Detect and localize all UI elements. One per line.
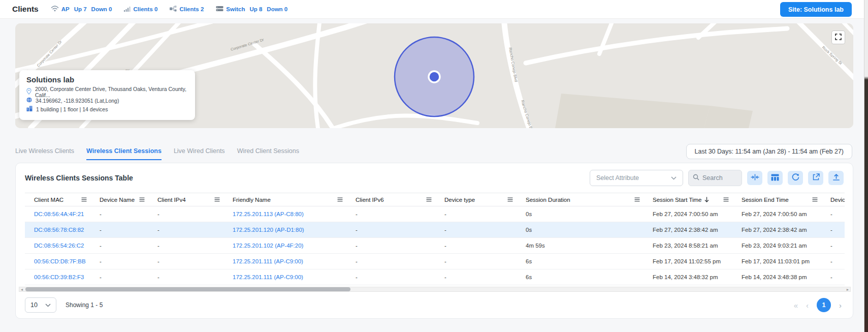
scrollbar-thumb[interactable]: [25, 287, 350, 291]
tab-wired-client-sessions[interactable]: Wired Client Sessions: [237, 147, 299, 160]
client-view-tabs: Live Wireless Clients Wireless Client Se…: [15, 147, 299, 160]
wifi-icon: [51, 6, 59, 13]
wireless-clients-status[interactable]: Clients 0: [124, 6, 159, 13]
sessions-table-card: Wireless Clients Sessions Table Select A…: [15, 163, 853, 319]
column-menu-icon[interactable]: [634, 197, 640, 202]
top-bar: Clients AP Up 7 Down 0 Clients 0: [0, 0, 868, 19]
next-page-icon[interactable]: ›: [839, 301, 842, 309]
column-menu-icon[interactable]: [426, 197, 432, 202]
column-menu-icon[interactable]: [214, 197, 220, 202]
table-search[interactable]: [688, 170, 742, 186]
col-client-mac[interactable]: Client MAC: [25, 193, 93, 206]
select-attribute-dropdown[interactable]: Select Attribute: [590, 170, 683, 186]
site-info-card: Solutions lab 2000, Corporate Center Dri…: [19, 70, 195, 120]
collapse-columns-icon: [751, 174, 759, 182]
tab-live-wireless-clients[interactable]: Live Wireless Clients: [15, 147, 74, 160]
col-client-ipv6[interactable]: Client IPv6: [349, 193, 438, 206]
upload-icon: [832, 173, 840, 183]
table-toolbar: Wireless Clients Sessions Table Select A…: [16, 163, 853, 193]
pagination: « ‹ 1 ›: [794, 298, 842, 312]
friendly-name-link[interactable]: 172.25.201.111 (AP-C9:00): [227, 269, 349, 285]
site-coordinates: 34.196962, -118.923051 (Lat,Long): [36, 98, 119, 104]
col-device-name[interactable]: Device Name: [93, 193, 151, 206]
refresh-icon: [792, 173, 799, 183]
site-location-dot[interactable]: [429, 71, 440, 82]
sort-descending-icon[interactable]: [704, 197, 709, 202]
refresh-button[interactable]: [788, 171, 803, 185]
col-friendly-name[interactable]: Friendly Name: [227, 193, 349, 206]
search-input[interactable]: [702, 174, 738, 182]
globe-icon: [26, 97, 32, 104]
friendly-name-link[interactable]: 172.25.201.113 (AP-C8:80): [227, 206, 349, 222]
switch-icon: [216, 6, 223, 13]
col-device-os[interactable]: Device OS: [824, 193, 845, 206]
horizontal-scrollbar[interactable]: ◄ ►: [19, 287, 851, 292]
client-mac-link[interactable]: 00:56:CD:39:B2:F3: [25, 269, 93, 285]
column-menu-icon[interactable]: [723, 197, 729, 202]
friendly-name-link[interactable]: 172.25.201.120 (AP-D1:80): [227, 222, 349, 238]
table-header-row: Client MAC Device Name Client IPv4 Frien…: [25, 193, 845, 206]
site-selector-button[interactable]: Site: Solutions lab: [780, 2, 852, 17]
first-page-icon[interactable]: «: [794, 301, 798, 309]
client-mac-link[interactable]: DC:08:56:4A:4F:21: [25, 206, 93, 222]
table-row[interactable]: 00:56:CD:D8:7F:BB - - 172.25.201.111 (AP…: [25, 254, 845, 269]
collapse-columns-button[interactable]: [747, 171, 762, 185]
tab-wireless-client-sessions[interactable]: Wireless Client Sessions: [86, 147, 162, 160]
building-icon: [26, 106, 33, 112]
scroll-left-arrow[interactable]: ◄: [19, 287, 24, 291]
date-range-picker[interactable]: Last 30 Days: 11:54 am (Jan 28) - 11:54 …: [686, 144, 852, 159]
col-session-end-time[interactable]: Session End Time: [735, 193, 824, 206]
search-icon: [693, 173, 699, 183]
table-row-highlighted[interactable]: DC:08:56:78:C8:82 - - 172.25.201.120 (AP…: [25, 222, 845, 238]
location-pin-icon: [26, 88, 31, 96]
upload-button[interactable]: [828, 171, 844, 185]
site-address: 2000, Corporate Center Drive, Thousand O…: [35, 86, 188, 98]
fullscreen-icon: [835, 33, 842, 42]
col-session-start-time[interactable]: Session Start Time: [647, 193, 735, 206]
device-status-bar: AP Up 7 Down 0 Clients 0 Clients 2: [51, 6, 290, 13]
columns-icon: [771, 174, 779, 183]
chevron-down-icon: [671, 174, 677, 182]
previous-page-icon[interactable]: ‹: [806, 301, 809, 309]
site-inventory: 1 building | 1 floor | 14 devices: [36, 106, 108, 112]
site-name: Solutions lab: [26, 75, 188, 84]
wired-clients-status[interactable]: Clients 2: [170, 6, 206, 13]
column-menu-icon[interactable]: [81, 197, 87, 202]
map-fullscreen-button[interactable]: [831, 31, 845, 44]
column-menu-icon[interactable]: [139, 197, 145, 202]
col-client-ipv4[interactable]: Client IPv4: [151, 193, 227, 206]
column-menu-icon[interactable]: [507, 197, 513, 202]
clients-page: Clients AP Up 7 Down 0 Clients 0: [0, 0, 868, 332]
open-external-icon: [812, 173, 820, 183]
showing-label: Showing 1 - 5: [66, 301, 103, 309]
tab-live-wired-clients[interactable]: Live Wired Clients: [174, 147, 225, 160]
page-title: Clients: [12, 5, 39, 14]
site-map[interactable]: Corporate Center Dr Corporate Center Dr …: [15, 23, 853, 128]
export-button[interactable]: [808, 171, 823, 185]
client-mac-link[interactable]: DC:08:56:78:C8:82: [25, 222, 93, 238]
table-title: Wireless Clients Sessions Table: [25, 174, 133, 182]
table-row[interactable]: 00:56:CD:39:B2:F3 - - 172.25.201.111 (AP…: [25, 269, 845, 285]
signal-bars-icon: [124, 6, 131, 13]
table-row[interactable]: DC:08:56:54:26:C2 - - 172.25.201.102 (AP…: [25, 238, 845, 254]
client-mac-link[interactable]: 00:56:CD:D8:7F:BB: [25, 254, 93, 269]
topology-icon: [170, 6, 177, 13]
col-device-type[interactable]: Device type: [438, 193, 520, 206]
current-page-button[interactable]: 1: [817, 298, 831, 312]
client-mac-link[interactable]: DC:08:56:54:26:C2: [25, 238, 93, 254]
friendly-name-link[interactable]: 172.25.201.102 (AP-4F:20): [227, 238, 349, 254]
page-size-dropdown[interactable]: 10: [25, 297, 56, 313]
table-row[interactable]: DC:08:56:4A:4F:21 - - 172.25.201.113 (AP…: [25, 206, 845, 222]
switch-status[interactable]: Switch Up 8 Down 0: [216, 6, 290, 13]
chevron-down-icon: [45, 301, 51, 309]
scroll-right-arrow[interactable]: ►: [845, 287, 850, 291]
sessions-table: Client MAC Device Name Client IPv4 Frien…: [25, 193, 845, 285]
screen-edge-strip: [864, 0, 868, 332]
table-footer: 10 Showing 1 - 5 « ‹ 1 ›: [16, 292, 853, 318]
col-session-duration[interactable]: Session Duration: [520, 193, 647, 206]
column-menu-icon[interactable]: [812, 197, 818, 202]
friendly-name-link[interactable]: 172.25.201.111 (AP-C9:00): [227, 254, 349, 269]
manage-columns-button[interactable]: [767, 171, 783, 185]
ap-status[interactable]: AP Up 7 Down 0: [51, 6, 114, 13]
column-menu-icon[interactable]: [337, 197, 343, 202]
